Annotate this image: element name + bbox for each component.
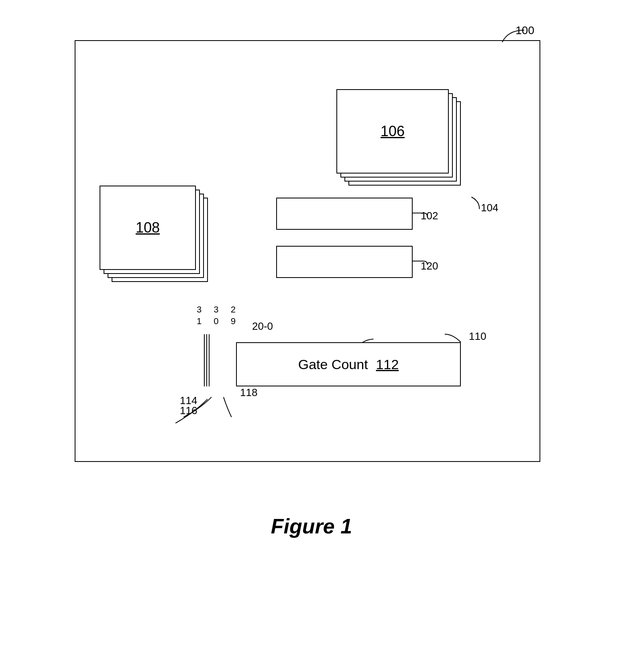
stack-108-group: 108 xyxy=(100,186,228,298)
stack-106-label: 106 xyxy=(381,123,405,140)
stack-page-front: 106 xyxy=(336,89,449,174)
ref-104-label: 104 xyxy=(481,202,498,214)
wire-top-labels: 3 3 2 1 0 9 xyxy=(197,304,240,327)
stack-108-front: 108 xyxy=(100,186,196,270)
wire-1 xyxy=(204,334,205,386)
wire-bundle xyxy=(204,334,236,386)
wire-3 xyxy=(209,334,210,386)
ref-102-label: 102 xyxy=(421,210,438,222)
wire-label-row2: 1 0 9 xyxy=(197,316,240,327)
wire-2 xyxy=(206,334,207,386)
ref-116-label: 116 xyxy=(180,404,197,417)
rect-120 xyxy=(276,246,413,278)
diagram-box: 106 104 108 102 120 3 3 2 1 0 9 2 xyxy=(75,40,540,462)
gate-area: 3 3 2 1 0 9 20-0 Gate Count 112 110 118 … xyxy=(176,334,477,398)
rect-102 xyxy=(276,198,413,230)
ref-110-leader-svg xyxy=(461,330,501,354)
ref-118-label: 118 xyxy=(240,386,257,399)
diagram-container: 106 104 108 102 120 3 3 2 1 0 9 2 xyxy=(51,16,572,498)
gate-box-110: Gate Count 112 xyxy=(236,342,461,386)
gate-count-number: 112 xyxy=(376,357,399,372)
wire-label-row1: 3 3 2 xyxy=(197,304,240,316)
stack-108-label: 108 xyxy=(136,219,160,236)
bus-label: 20-0 xyxy=(252,320,273,333)
gate-count-text: Gate Count xyxy=(298,357,368,372)
stack-104-group: 106 xyxy=(336,89,481,202)
ref-120-label: 120 xyxy=(421,260,438,272)
figure-caption: Figure 1 xyxy=(271,514,352,538)
ref-100-leader-svg xyxy=(500,28,532,48)
